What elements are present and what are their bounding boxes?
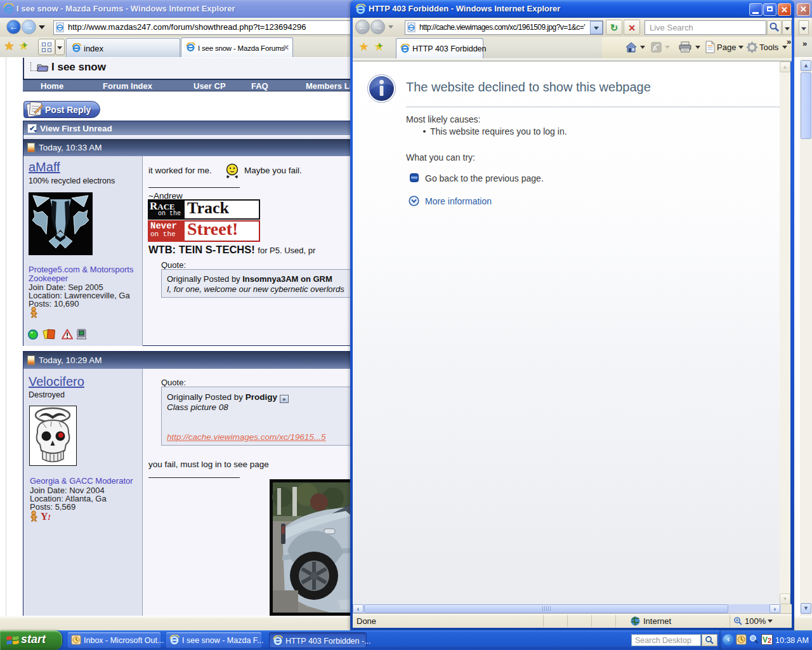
svg-text:!: !: [48, 512, 51, 522]
